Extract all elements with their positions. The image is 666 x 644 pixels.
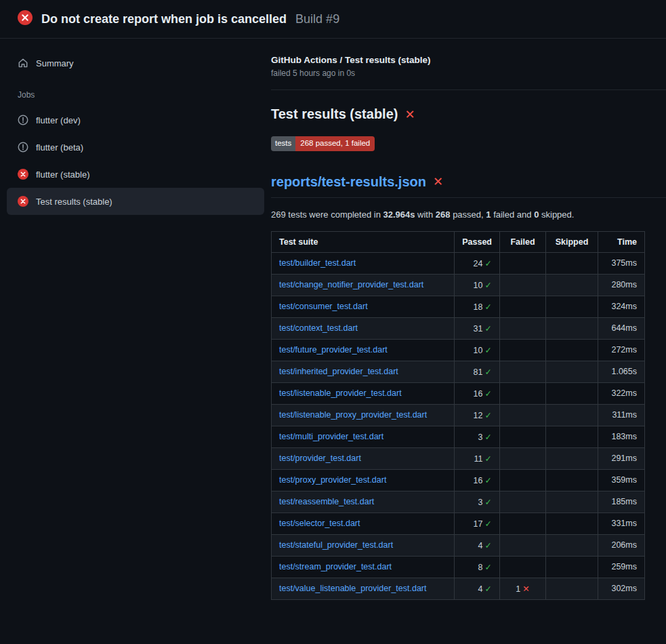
passed-count: 16 [474, 476, 483, 485]
time-value: 183ms [611, 432, 637, 441]
check-icon: ✓ [485, 519, 492, 529]
check-icon: ✓ [485, 454, 492, 464]
test-suite-link[interactable]: test/future_provider_test.dart [279, 345, 388, 355]
summary-text: passed, [451, 209, 486, 220]
check-icon: ✓ [485, 259, 492, 268]
passed-count: 11 [474, 454, 483, 464]
test-suite-link[interactable]: test/change_notifier_provider_test.dart [279, 280, 423, 289]
passed-count: 10 [474, 346, 483, 355]
time-value: 359ms [611, 475, 637, 485]
passed-count: 10 [474, 281, 483, 290]
check-icon: ✓ [485, 346, 492, 355]
table-row: test/listenable_proxy_provider_test.dart… [272, 404, 645, 426]
test-suite-link[interactable]: test/value_listenable_provider_test.dart [279, 584, 427, 593]
time-value: 272ms [611, 345, 637, 355]
check-icon: ✓ [485, 367, 492, 377]
table-row: test/inherited_provider_test.dart 81✓ 1.… [272, 361, 645, 382]
sidebar-item-flutter-stable[interactable]: flutter (stable) [7, 161, 264, 188]
job-label: Test results (stable) [36, 197, 112, 207]
check-icon: ✓ [485, 281, 492, 290]
job-neutral-icon [18, 142, 28, 153]
header-passed: Passed [455, 231, 500, 252]
passed-count: 12 [474, 411, 483, 420]
table-row: test/proxy_provider_test.dart 16✓ 359ms [272, 469, 645, 491]
job-label: flutter (beta) [36, 142, 83, 153]
time-value: 206ms [611, 540, 637, 550]
job-failed-icon [18, 196, 28, 207]
summary-number: 1 [486, 209, 491, 220]
check-icon: ✓ [485, 324, 492, 334]
failed-count: 1 [516, 584, 520, 594]
test-results-table: Test suite Passed Failed Skipped Time te… [271, 231, 645, 600]
header-time: Time [598, 231, 645, 252]
test-suite-link[interactable]: test/stream_provider_test.dart [279, 562, 392, 571]
run-status-failed-icon [18, 10, 33, 28]
badge-label: tests [271, 136, 295, 151]
test-suite-link[interactable]: test/inherited_provider_test.dart [279, 367, 398, 376]
sidebar-summary-label: Summary [36, 58, 74, 68]
header-test-suite: Test suite [272, 231, 455, 252]
check-icon: ✓ [485, 498, 492, 507]
test-suite-link[interactable]: test/selector_test.dart [279, 519, 360, 528]
sidebar-item-flutter-beta[interactable]: flutter (beta) [7, 134, 264, 161]
time-value: 291ms [611, 454, 637, 463]
job-failed-icon [18, 169, 28, 180]
home-icon [18, 58, 28, 68]
table-row: test/builder_test.dart 24✓ 375ms [272, 252, 645, 274]
time-value: 331ms [611, 519, 637, 528]
main-content: GitHub Actions / Test results (stable) f… [271, 39, 666, 600]
check-icon: ✓ [485, 411, 492, 420]
check-icon: ✓ [485, 389, 492, 399]
badge-value: 268 passed, 1 failed [295, 136, 375, 151]
test-suite-link[interactable]: test/listenable_provider_test.dart [279, 388, 402, 398]
table-row: test/value_listenable_provider_test.dart… [272, 578, 645, 599]
fail-x-icon: ✕ [522, 584, 529, 594]
check-icon: ✓ [485, 541, 492, 550]
summary-text: 269 tests were completed in [271, 209, 383, 220]
passed-count: 16 [474, 389, 483, 399]
job-neutral-icon [18, 115, 28, 125]
test-suite-link[interactable]: test/listenable_proxy_provider_test.dart [279, 410, 427, 420]
sidebar-item-test-results-stable[interactable]: Test results (stable) [7, 188, 264, 215]
table-row: test/multi_provider_test.dart 3✓ 183ms [272, 426, 645, 447]
breadcrumb: GitHub Actions / Test results (stable) [271, 55, 666, 65]
time-value: 185ms [611, 497, 637, 506]
test-suite-link[interactable]: test/stateful_provider_test.dart [279, 540, 393, 550]
check-icon: ✓ [485, 563, 492, 572]
report-file-link[interactable]: reports/test-results.json [271, 174, 426, 190]
table-row: test/change_notifier_provider_test.dart … [272, 274, 645, 296]
check-icon: ✓ [485, 584, 492, 594]
test-suite-link[interactable]: test/consumer_test.dart [279, 302, 368, 311]
summary-line: 269 tests were completed in 32.964s with… [271, 209, 666, 220]
summary-number: 32.964s [383, 209, 415, 220]
table-row: test/stream_provider_test.dart 8✓ 259ms [272, 556, 645, 578]
test-suite-link[interactable]: test/proxy_provider_test.dart [279, 475, 386, 485]
sidebar-item-flutter-dev[interactable]: flutter (dev) [7, 106, 264, 134]
time-value: 280ms [611, 280, 637, 289]
time-value: 311ms [612, 410, 637, 420]
run-status-line: failed 5 hours ago in 0s [271, 68, 666, 78]
table-row: test/stateful_provider_test.dart 4✓ 206m… [272, 534, 645, 556]
failed-x-icon: ✕ [433, 176, 443, 188]
test-suite-link[interactable]: test/context_test.dart [279, 323, 358, 333]
table-row: test/reassemble_test.dart 3✓ 185ms [272, 491, 645, 512]
header-divider [271, 89, 666, 90]
test-suite-link[interactable]: test/multi_provider_test.dart [279, 432, 383, 441]
sidebar-item-summary[interactable]: Summary [0, 54, 271, 73]
table-row: test/context_test.dart 31✓ 644ms [272, 317, 645, 339]
time-value: 259ms [611, 562, 637, 571]
test-suite-link[interactable]: test/reassemble_test.dart [279, 497, 374, 506]
run-header: Do not create report when job is cancell… [0, 0, 666, 39]
passed-count: 4 [478, 541, 483, 550]
header-skipped: Skipped [546, 231, 598, 252]
build-number: Build #9 [295, 12, 339, 26]
test-suite-link[interactable]: test/builder_test.dart [279, 258, 356, 268]
jobs-section-label: Jobs [0, 90, 271, 100]
passed-count: 18 [474, 302, 483, 312]
test-suite-link[interactable]: test/provider_test.dart [279, 454, 361, 463]
time-value: 1.065s [611, 367, 637, 376]
time-value: 375ms [611, 258, 637, 268]
sidebar: Summary Jobs flutter (dev) flut [0, 39, 271, 215]
passed-count: 3 [478, 432, 483, 442]
tests-badge: tests 268 passed, 1 failed [271, 136, 375, 151]
